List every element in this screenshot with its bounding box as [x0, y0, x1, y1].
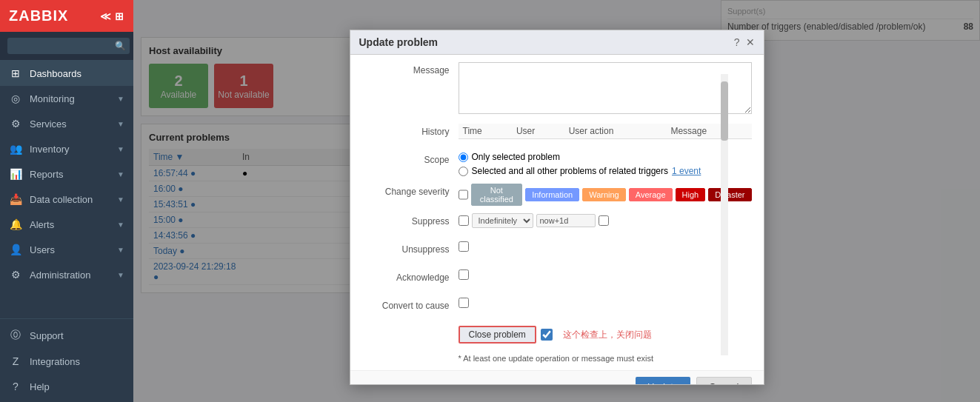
- chevron-icon: ▼: [117, 246, 124, 254]
- history-col-action: User action: [564, 124, 667, 139]
- help-modal-icon[interactable]: ?: [734, 36, 740, 48]
- collapse-icon[interactable]: ≪: [100, 10, 112, 22]
- severity-btn-average[interactable]: Average: [629, 188, 673, 201]
- suppress-input[interactable]: [536, 214, 596, 227]
- sidebar-item-label: Administration: [30, 269, 110, 281]
- suppress-label: Suppress: [362, 213, 459, 227]
- chevron-icon: ▼: [117, 95, 124, 103]
- acknowledge-row: Acknowledge: [362, 269, 752, 290]
- users-icon: 👤: [9, 244, 22, 255]
- scope-row: Scope Only selected problem Selected and…: [362, 152, 752, 176]
- scope-link[interactable]: 1 event: [672, 166, 701, 176]
- sidebar-nav: ⊞ Dashboards ◎ Monitoring ▼ ⚙ Services ▼…: [0, 61, 133, 318]
- help-icon: ?: [9, 381, 22, 392]
- severity-btn-not-classified[interactable]: Not classified: [471, 184, 523, 206]
- sidebar: ZABBIX ≪ ⊞ 🔍 ⊞ Dashboards ◎ Monitoring ▼…: [0, 0, 133, 402]
- chevron-icon: ▼: [117, 145, 124, 153]
- update-button[interactable]: Update: [636, 377, 690, 385]
- chevron-icon: ▼: [117, 221, 124, 229]
- chevron-icon: ▼: [117, 170, 124, 178]
- acknowledge-label: Acknowledge: [362, 269, 459, 283]
- history-control: Time User User action Message: [459, 124, 752, 139]
- suppress-checkbox2[interactable]: [599, 215, 609, 226]
- update-problem-modal: Update problem ? ✕ Message: [350, 30, 764, 385]
- sidebar-item-label: Help: [30, 381, 124, 392]
- modal-scrollbar[interactable]: [721, 74, 728, 355]
- sidebar-item-help[interactable]: ? Help: [0, 374, 133, 399]
- chinese-warning-text: 这个检查上，关闭问题: [563, 329, 652, 341]
- scope-label: Scope: [362, 152, 459, 165]
- acknowledge-checkbox[interactable]: [459, 269, 469, 280]
- unsuppress-control: [459, 241, 752, 254]
- sidebar-item-reports[interactable]: 📊 Reports ▼: [0, 161, 133, 187]
- close-problem-checkbox[interactable]: [541, 329, 553, 341]
- administration-icon: ⚙: [9, 269, 22, 281]
- history-col-user: User: [512, 124, 564, 139]
- scrollbar-thumb: [721, 81, 728, 141]
- history-col-time: Time: [459, 124, 512, 139]
- search-input[interactable]: [7, 38, 130, 54]
- sidebar-item-administration[interactable]: ⚙ Administration ▼: [0, 262, 133, 287]
- sidebar-item-services[interactable]: ⚙ Services ▼: [0, 111, 133, 136]
- severity-btn-disaster[interactable]: Disaster: [708, 188, 751, 201]
- suppress-checkbox[interactable]: [459, 215, 469, 226]
- change-severity-label: Change severity: [362, 184, 459, 197]
- logo-text: ZABBIX: [9, 7, 68, 24]
- sidebar-item-data-collection[interactable]: 📥 Data collection ▼: [0, 187, 133, 212]
- close-modal-icon[interactable]: ✕: [746, 36, 755, 48]
- suppress-select-indefinitely[interactable]: Indefinitely Until: [472, 213, 533, 228]
- sidebar-item-integrations[interactable]: Z Integrations: [0, 349, 133, 374]
- scope-option2[interactable]: Selected and all other problems of relat…: [459, 166, 752, 176]
- change-severity-row: Change severity Not classified Informati…: [362, 184, 752, 206]
- inventory-icon: 👥: [9, 143, 22, 155]
- severity-control: Not classified Information Warning Avera…: [459, 184, 752, 206]
- message-textarea[interactable]: [459, 62, 752, 114]
- sidebar-item-dashboards[interactable]: ⊞ Dashboards: [0, 61, 133, 86]
- chevron-icon: ▼: [117, 271, 124, 279]
- support-icon: ⓪: [9, 329, 22, 342]
- sidebar-item-users[interactable]: 👤 Users ▼: [0, 237, 133, 262]
- sidebar-item-label: Monitoring: [30, 93, 110, 104]
- logo-icons: ≪ ⊞: [100, 10, 124, 22]
- close-problem-label: [362, 326, 459, 329]
- history-label: History: [362, 124, 459, 137]
- severity-btn-high[interactable]: High: [676, 188, 706, 201]
- content-area: Support(s) Number of triggers (enabled/d…: [133, 0, 980, 402]
- severity-checkbox[interactable]: [459, 190, 468, 200]
- chevron-icon: ▼: [117, 120, 124, 128]
- modal-overlay: Update problem ? ✕ Message: [133, 0, 980, 402]
- severity-btn-information[interactable]: Information: [525, 188, 579, 201]
- sidebar-item-label: Services: [30, 118, 110, 130]
- search-bar: 🔍: [0, 32, 133, 61]
- scope-option1[interactable]: Only selected problem: [459, 152, 752, 162]
- sidebar-item-alerts[interactable]: 🔔 Alerts ▼: [0, 212, 133, 237]
- severity-btn-warning[interactable]: Warning: [582, 188, 626, 201]
- modal-title: Update problem: [359, 36, 439, 48]
- scope-radio-1[interactable]: [459, 153, 468, 162]
- acknowledge-control: [459, 269, 752, 282]
- cancel-button[interactable]: Cancel: [696, 377, 751, 385]
- dashboards-icon: ⊞: [9, 67, 22, 79]
- modal-header-icons: ? ✕: [734, 36, 755, 48]
- close-problem-button[interactable]: Close problem: [459, 326, 536, 344]
- services-icon: ⚙: [9, 118, 22, 130]
- modal-body: Message History: [350, 55, 764, 370]
- sidebar-bottom: ⓪ Support Z Integrations ? Help: [0, 318, 133, 402]
- modal-footer: Update Cancel: [350, 370, 764, 385]
- scope-radio-2[interactable]: [459, 167, 468, 176]
- alerts-icon: 🔔: [9, 218, 22, 230]
- convert-to-cause-checkbox[interactable]: [459, 298, 469, 308]
- expand-icon[interactable]: ⊞: [115, 10, 124, 22]
- sidebar-item-monitoring[interactable]: ◎ Monitoring ▼: [0, 86, 133, 111]
- convert-to-cause-row: Convert to cause: [362, 298, 752, 318]
- sidebar-item-inventory[interactable]: 👥 Inventory ▼: [0, 136, 133, 161]
- unsuppress-checkbox[interactable]: [459, 241, 469, 252]
- convert-to-cause-label: Convert to cause: [362, 298, 459, 311]
- convert-to-cause-control: [459, 298, 752, 310]
- suppress-control: Indefinitely Until: [459, 213, 752, 228]
- modal-header: Update problem ? ✕: [350, 30, 764, 55]
- data-collection-icon: 📥: [9, 193, 22, 205]
- scope-control: Only selected problem Selected and all o…: [459, 152, 752, 176]
- sidebar-item-label: Alerts: [30, 219, 110, 230]
- sidebar-item-support[interactable]: ⓪ Support: [0, 322, 133, 349]
